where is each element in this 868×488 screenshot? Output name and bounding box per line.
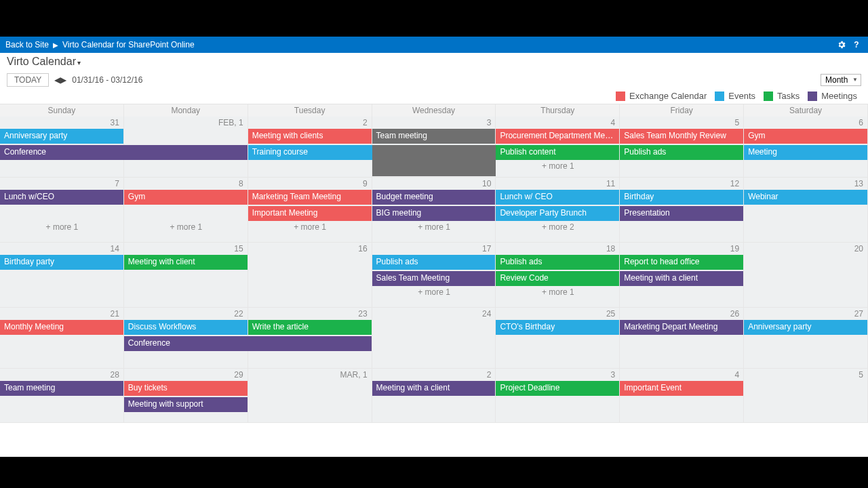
day-number: 19 [730,244,739,253]
calendar-event[interactable]: Lunch w/CEO [0,190,123,205]
week-row: 2829MAR, 12345Team meetingBuy ticketsMee… [0,369,868,423]
day-number: 15 [234,244,243,253]
day-number: 18 [606,244,615,253]
breadcrumb: Virto Calendar for SharePoint Online [62,40,195,49]
calendar-event[interactable]: Important Event [620,381,743,396]
calendar-event[interactable]: Meeting with a client [372,381,496,396]
day-header: Friday [620,104,744,117]
calendar-event[interactable]: Conference [0,145,248,160]
more-link[interactable]: + more 1 [372,287,496,301]
back-to-site-link[interactable]: Back to Site [5,40,49,49]
calendar-event[interactable]: Sales Team Meeting [372,271,496,286]
calendar-event[interactable]: CTO's Birthday [496,320,619,335]
legend-label: Tasks [777,91,800,101]
day-number: 31 [110,118,119,127]
legend-item[interactable]: Tasks [764,91,800,101]
more-link[interactable]: + more 1 [248,222,372,236]
calendar-event[interactable]: Publish ads [496,255,619,270]
calendar-event[interactable]: Webinar [744,190,867,205]
next-arrow-icon[interactable]: ▶ [60,75,66,85]
day-number: 3 [487,118,492,127]
calendar-event[interactable]: Procurement Department Meeting [496,129,619,144]
more-link[interactable]: + more 1 [124,222,248,236]
calendar-event[interactable]: Anniversary party [744,320,867,335]
day-number: 11 [606,179,615,188]
day-number: 4 [734,370,739,380]
calendar-event[interactable]: Meeting [744,145,867,160]
calendar-event[interactable]: Publish ads [620,145,743,160]
legend-swatch [808,92,817,101]
prev-arrow-icon[interactable]: ◀ [54,75,60,85]
gear-icon[interactable] [835,39,848,51]
more-link[interactable]: + more 1 [0,222,124,236]
calendar-event[interactable]: Monthly Meeting [0,320,123,335]
calendar-event[interactable]: Project Deadline [496,381,619,396]
day-number: 28 [110,370,119,380]
day-number: 16 [358,244,367,253]
calendar-event[interactable]: Team meeting [372,129,496,144]
day-number: FEB, 1 [218,118,243,127]
calendar-event[interactable]: Developer Party Brunch [496,206,619,221]
chevron-down-icon: ▾ [77,59,81,66]
calendar-event[interactable]: Marketing Team Meeting [248,190,372,205]
calendar-event[interactable]: Budget meeting [372,190,496,205]
day-number: 12 [730,179,739,188]
day-header: Monday [124,104,248,117]
calendar-event[interactable]: Report to head office [620,255,743,270]
day-number: 25 [606,309,615,319]
day-number: 22 [234,309,243,319]
day-number: 5 [734,118,739,127]
day-header: Tuesday [248,104,372,117]
calendar-event[interactable]: Important Meeting [248,206,372,221]
legend-item[interactable]: Meetings [808,91,857,101]
more-link[interactable]: + more 1 [372,222,496,236]
day-number: 4 [611,118,616,127]
calendar-event[interactable]: Meeting with a client [620,271,743,286]
calendar-event[interactable]: BIG meeting [372,206,496,221]
day-number: 3 [611,370,616,380]
calendar-event[interactable]: Marketing Depart Meeting [620,320,743,335]
day-number: 17 [482,244,491,253]
day-number: 10 [482,179,491,188]
calendar-event[interactable]: Team meeting [0,381,123,396]
legend-item[interactable]: Events [715,91,755,101]
more-link[interactable]: + more 2 [496,222,620,236]
day-header: Thursday [496,104,620,117]
app-title[interactable]: Virto Calendar▾ [0,53,868,70]
calendar-event[interactable]: Discuss Workflows [124,320,248,335]
more-link[interactable]: + more 1 [496,161,620,175]
calendar-event[interactable]: Meeting with clients [248,129,372,144]
calendar-event[interactable]: Gym [744,129,867,144]
calendar-event[interactable]: Write the article [248,320,372,335]
help-icon[interactable]: ? [850,39,863,51]
calendar-event[interactable]: Gym [124,190,248,205]
week-row: 31FEB, 123456Anniversary partyMeeting wi… [0,117,868,178]
calendar-grid: SundayMondayTuesdayWednesdayThursdayFrid… [0,104,868,423]
day-number: 8 [239,179,243,188]
calendar-event[interactable]: Meeting with client [124,255,248,270]
view-select[interactable]: Month [821,74,861,86]
calendar-event[interactable]: Presentation [620,206,743,221]
day-header: Sunday [0,104,124,117]
calendar-event[interactable]: Meeting with support [124,397,248,412]
calendar-event[interactable]: Lunch w/ CEO [496,190,619,205]
calendar-event[interactable]: Buy tickets [124,381,248,396]
calendar-event[interactable]: Publish ads [372,255,496,270]
calendar-event[interactable]: Birthday party [0,255,123,270]
more-link[interactable]: + more 1 [496,287,620,301]
calendar-event[interactable]: Birthday [620,190,743,205]
calendar-event[interactable] [372,145,496,176]
calendar-event[interactable]: Sales Team Monthly Review [620,129,743,144]
legend-item[interactable]: Exchange Calendar [616,91,707,101]
calendar-event[interactable]: Conference [124,336,372,351]
calendar-event[interactable]: Anniversary party [0,129,123,144]
day-number: 5 [859,370,863,380]
calendar-event[interactable]: Publish content [496,145,619,160]
calendar-event[interactable]: Review Code [496,271,619,286]
suite-bar: Back to Site ▶ Virto Calendar for ShareP… [0,37,868,53]
day-number: 27 [854,309,863,319]
category-legend: Exchange CalendarEventsTasksMeetings [0,91,868,104]
day-number: 26 [730,309,739,319]
today-button[interactable]: TODAY [7,73,49,87]
legend-swatch [715,92,724,101]
